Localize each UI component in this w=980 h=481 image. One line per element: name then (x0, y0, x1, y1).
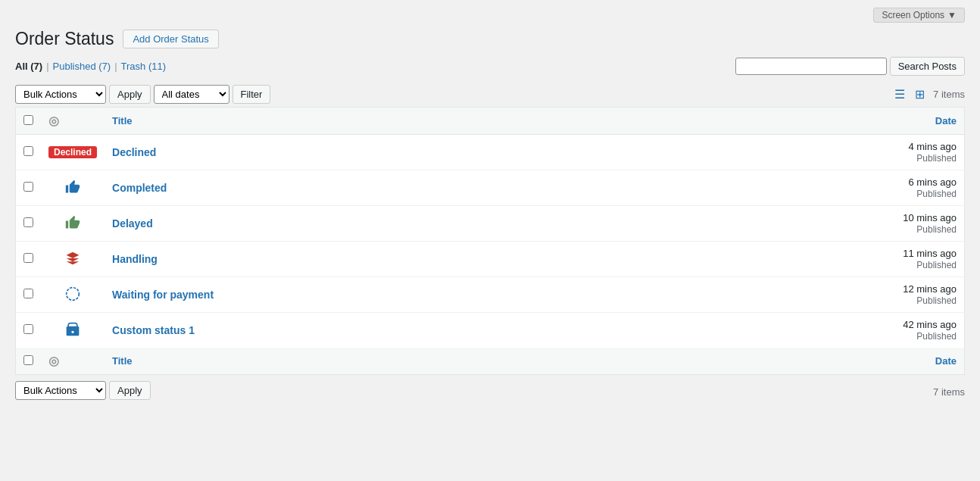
row-checkbox[interactable] (23, 182, 33, 192)
bulk-actions-select-bottom[interactable]: Bulk Actions Edit Move to Trash (15, 381, 106, 400)
table-row: Handling11 mins agoPublished (16, 242, 965, 277)
col-footer-title: Title (105, 348, 588, 375)
col-footer-date: Date (588, 348, 964, 375)
row-date: 12 mins agoPublished (588, 277, 964, 313)
table-row: Completed6 mins agoPublished (16, 170, 965, 206)
col-footer-checkbox (16, 348, 42, 375)
apply-button-bottom[interactable]: Apply (109, 381, 151, 400)
row-date: 42 mins agoPublished (588, 313, 964, 348)
row-checkbox[interactable] (23, 289, 33, 298)
row-date: 10 mins agoPublished (588, 206, 964, 242)
date-sort-link-bottom[interactable]: Date (935, 355, 957, 367)
col-header-icon: ◎ (41, 108, 105, 135)
title-sort-link[interactable]: Title (112, 115, 133, 126)
row-icon (41, 277, 105, 313)
filter-trash[interactable]: Trash (11) (121, 61, 166, 72)
row-title-link[interactable]: Waiting for payment (112, 289, 214, 301)
grid-view-icon[interactable] (910, 86, 929, 104)
row-title-link[interactable]: Delayed (112, 217, 153, 230)
row-title-link[interactable]: Handling (112, 253, 158, 265)
row-icon (41, 313, 105, 348)
add-order-status-button[interactable]: Add Order Status (123, 30, 218, 48)
row-date: 4 mins agoPublished (588, 135, 964, 170)
row-title-link[interactable]: Declined (112, 146, 156, 158)
filter-button[interactable]: Filter (233, 85, 271, 104)
declined-badge: Declined (48, 146, 97, 158)
col-header-date: Date (588, 108, 964, 135)
row-date: 6 mins agoPublished (588, 170, 964, 206)
page-title: Order Status (15, 29, 114, 49)
screen-options-label: Screen Options (882, 10, 944, 20)
table-row: Waiting for payment12 mins agoPublished (16, 277, 965, 313)
filter-all[interactable]: All (7) (15, 61, 42, 72)
title-sort-link-bottom[interactable]: Title (112, 355, 133, 367)
date-sort-link[interactable]: Date (935, 115, 957, 126)
screen-options-chevron: ▼ (947, 10, 957, 20)
posts-table: ◎ Title Date DeclinedDeclined4 mins agoP… (15, 107, 965, 375)
row-checkbox[interactable] (23, 146, 33, 156)
screen-options-button[interactable]: Screen Options ▼ (873, 8, 965, 23)
row-title-link[interactable]: Completed (112, 182, 167, 194)
svg-point-0 (67, 287, 80, 300)
row-title-link[interactable]: Custom status 1 (112, 324, 195, 336)
header-circle-icon: ◎ (48, 114, 59, 127)
search-input[interactable] (735, 58, 887, 75)
row-icon (41, 242, 105, 277)
apply-button-top[interactable]: Apply (109, 85, 151, 104)
footer-circle-icon: ◎ (48, 355, 59, 367)
col-header-checkbox (16, 108, 42, 135)
row-icon: Declined (41, 135, 105, 170)
search-posts-button[interactable]: Search Posts (890, 57, 965, 76)
table-row: Delayed10 mins agoPublished (16, 206, 965, 242)
row-checkbox[interactable] (23, 324, 33, 334)
list-view-icon[interactable] (891, 86, 909, 104)
row-date: 11 mins agoPublished (588, 242, 964, 277)
table-row: Custom status 142 mins agoPublished (16, 313, 965, 348)
select-all-checkbox[interactable] (23, 115, 33, 125)
row-icon (41, 206, 105, 242)
item-count-top: 7 items (933, 89, 965, 100)
item-count-bottom: 7 items (933, 383, 965, 398)
bulk-actions-select-top[interactable]: Bulk Actions Edit Move to Trash (15, 85, 106, 104)
row-checkbox[interactable] (23, 217, 33, 227)
filter-links: All (7) | Published (7) | Trash (11) (15, 61, 166, 72)
select-all-checkbox-bottom[interactable] (23, 355, 33, 365)
row-icon (41, 170, 105, 206)
date-filter-select[interactable]: All dates (154, 85, 229, 104)
table-row: DeclinedDeclined4 mins agoPublished (16, 135, 965, 170)
col-header-title: Title (105, 108, 588, 135)
row-checkbox[interactable] (23, 253, 33, 263)
filter-published[interactable]: Published (7) (53, 61, 111, 72)
col-footer-icon: ◎ (41, 348, 105, 375)
